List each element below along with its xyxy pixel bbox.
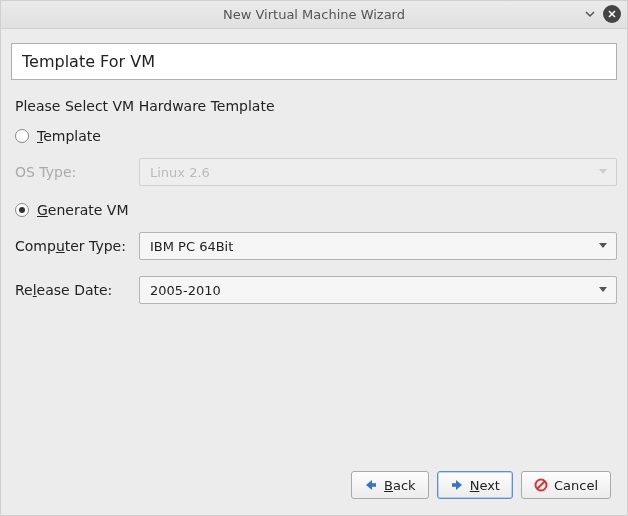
titlebar-controls (581, 5, 621, 23)
os-type-label: OS Type: (15, 164, 139, 180)
minimize-icon[interactable] (581, 5, 599, 23)
svg-line-10 (537, 481, 545, 489)
os-type-row: OS Type: Linux 2.6 (15, 158, 617, 186)
radio-template[interactable]: Template (15, 128, 617, 144)
release-date-value: 2005-2010 (150, 283, 221, 298)
release-date-combo[interactable]: 2005-2010 (139, 276, 617, 304)
computer-type-label: Computer Type: (15, 238, 139, 254)
radio-icon (15, 203, 29, 217)
svg-marker-2 (599, 169, 607, 174)
svg-rect-8 (452, 483, 457, 487)
svg-rect-6 (371, 483, 376, 487)
titlebar: New Virtual Machine Wizard (1, 1, 627, 29)
window-title: New Virtual Machine Wizard (223, 7, 405, 22)
release-date-row: Release Date: 2005-2010 (15, 276, 617, 304)
close-icon[interactable] (603, 5, 621, 23)
cancel-icon (534, 478, 548, 492)
page-title: Template For VM (11, 43, 617, 80)
next-label: Next (470, 478, 500, 493)
next-button[interactable]: Next (437, 471, 513, 499)
arrow-left-icon (364, 478, 378, 492)
cancel-button[interactable]: Cancel (521, 471, 611, 499)
os-type-value: Linux 2.6 (150, 165, 210, 180)
svg-marker-3 (599, 243, 607, 248)
back-button[interactable]: Back (351, 471, 429, 499)
back-label: Back (384, 478, 416, 493)
arrow-right-icon (450, 478, 464, 492)
chevron-down-icon (598, 285, 608, 295)
cancel-label: Cancel (554, 478, 598, 493)
wizard-window: New Virtual Machine Wizard Template For … (0, 0, 628, 516)
radio-generate-label: Generate VM (37, 202, 129, 218)
radio-generate[interactable]: Generate VM (15, 202, 617, 218)
chevron-down-icon (598, 167, 608, 177)
spacer (11, 316, 617, 463)
radio-template-label: Template (37, 128, 101, 144)
computer-type-combo[interactable]: IBM PC 64Bit (139, 232, 617, 260)
wizard-content: Template For VM Please Select VM Hardwar… (1, 29, 627, 515)
computer-type-value: IBM PC 64Bit (150, 239, 233, 254)
chevron-down-icon (598, 241, 608, 251)
section-label: Please Select VM Hardware Template (15, 98, 617, 114)
radio-icon (15, 129, 29, 143)
release-date-label: Release Date: (15, 282, 139, 298)
computer-type-row: Computer Type: IBM PC 64Bit (15, 232, 617, 260)
svg-marker-4 (599, 287, 607, 292)
button-row: Back Next Cancel (11, 463, 617, 507)
os-type-combo: Linux 2.6 (139, 158, 617, 186)
